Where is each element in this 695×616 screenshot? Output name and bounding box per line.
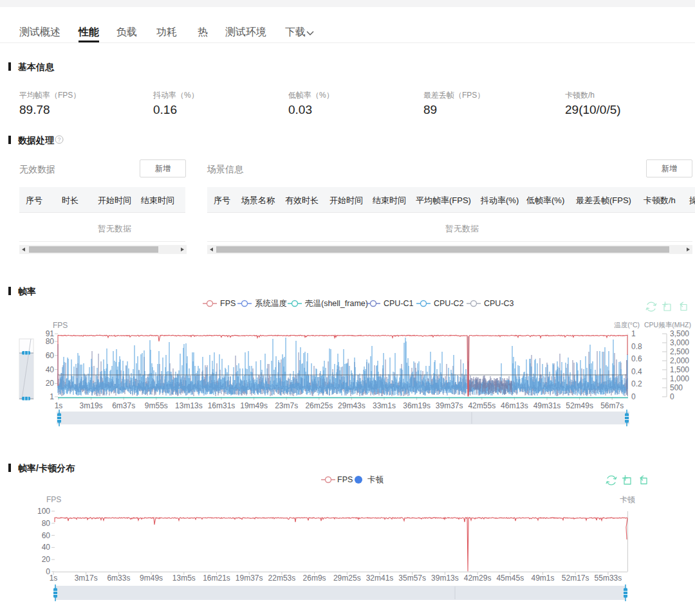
svg-text:16m21s: 16m21s [203, 574, 230, 583]
svg-text:3m19s: 3m19s [80, 401, 103, 410]
svg-text:卡顿: 卡顿 [367, 475, 384, 484]
svg-text:16m31s: 16m31s [208, 401, 236, 410]
svg-text:3,500: 3,500 [670, 329, 689, 338]
svg-text:CPU-C1: CPU-C1 [384, 299, 414, 308]
svg-text:0: 0 [631, 392, 636, 401]
svg-text:52m49s: 52m49s [566, 401, 593, 410]
svg-text:2,500: 2,500 [670, 347, 689, 356]
svg-text:9m55s: 9m55s [145, 401, 168, 410]
svg-text:CPU-C3: CPU-C3 [484, 299, 514, 308]
svg-text:1,000: 1,000 [670, 374, 689, 383]
svg-text:6m33s: 6m33s [107, 574, 130, 583]
svg-text:13m5s: 13m5s [172, 574, 196, 583]
svg-text:FPS: FPS [220, 299, 236, 308]
svg-text:26m9s: 26m9s [303, 574, 326, 583]
svg-text:29m43s: 29m43s [338, 401, 366, 410]
svg-text:49m1s: 49m1s [531, 574, 554, 583]
svg-text:0.6: 0.6 [631, 354, 642, 363]
svg-text:6m37s: 6m37s [112, 401, 135, 410]
svg-text:1s: 1s [50, 574, 58, 583]
svg-text:FPS: FPS [46, 495, 61, 504]
svg-text:0.4: 0.4 [631, 367, 642, 376]
svg-text:系统温度: 系统温度 [255, 299, 287, 308]
svg-text:80: 80 [42, 519, 51, 528]
svg-text:60: 60 [46, 351, 55, 360]
svg-text:22m53s: 22m53s [268, 574, 296, 583]
svg-text:1: 1 [631, 329, 636, 338]
svg-text:49m31s: 49m31s [533, 401, 561, 410]
svg-text:45m45s: 45m45s [496, 574, 524, 583]
svg-text:26m25s: 26m25s [305, 401, 333, 410]
svg-text:42m55s: 42m55s [468, 401, 496, 410]
svg-text:55m33s: 55m33s [595, 574, 622, 583]
svg-text:39m13s: 39m13s [431, 574, 459, 583]
svg-text:9m49s: 9m49s [140, 574, 163, 583]
svg-text:FPS: FPS [337, 475, 353, 484]
svg-text:35m57s: 35m57s [398, 574, 426, 583]
svg-text:42m29s: 42m29s [464, 574, 492, 583]
svg-text:?: ? [57, 136, 60, 143]
svg-text:56m7s: 56m7s [600, 401, 624, 410]
svg-text:60: 60 [42, 531, 51, 540]
svg-text:32m41s: 32m41s [366, 574, 394, 583]
svg-text:23m7s: 23m7s [275, 401, 298, 410]
svg-text:29m25s: 29m25s [333, 574, 361, 583]
svg-text:52m17s: 52m17s [562, 574, 589, 583]
svg-text:46m13s: 46m13s [501, 401, 528, 410]
svg-text:39m37s: 39m37s [436, 401, 463, 410]
svg-text:CPU-C2: CPU-C2 [434, 299, 464, 308]
svg-text:0.8: 0.8 [631, 342, 642, 351]
svg-text:1: 1 [50, 392, 54, 401]
svg-text:100: 100 [37, 507, 50, 516]
svg-text:卡顿: 卡顿 [620, 495, 635, 504]
svg-text:20: 20 [46, 379, 55, 388]
svg-text:19m49s: 19m49s [240, 401, 268, 410]
svg-text:温度(°C): 温度(°C) [614, 321, 640, 329]
svg-text:40: 40 [46, 365, 55, 374]
svg-text:CPU频率(MHZ): CPU频率(MHZ) [644, 321, 691, 329]
svg-text:500: 500 [670, 383, 683, 392]
svg-text:20: 20 [42, 555, 51, 564]
svg-text:33m1s: 33m1s [373, 401, 396, 410]
svg-text:壳温(shell_frame): 壳温(shell_frame) [305, 299, 368, 308]
svg-text:13m13s: 13m13s [175, 401, 203, 410]
svg-text:80: 80 [46, 337, 55, 346]
svg-text:FPS: FPS [53, 321, 68, 330]
svg-text:3m17s: 3m17s [75, 574, 98, 583]
svg-text:2,000: 2,000 [670, 356, 689, 365]
svg-text:1s: 1s [55, 401, 63, 410]
svg-text:36m19s: 36m19s [403, 401, 431, 410]
svg-text:19m37s: 19m37s [236, 574, 263, 583]
svg-text:0.2: 0.2 [631, 379, 642, 388]
svg-text:1,500: 1,500 [670, 365, 689, 374]
svg-text:3,000: 3,000 [670, 338, 689, 347]
svg-text:0: 0 [670, 392, 674, 401]
svg-text:40: 40 [42, 543, 51, 552]
